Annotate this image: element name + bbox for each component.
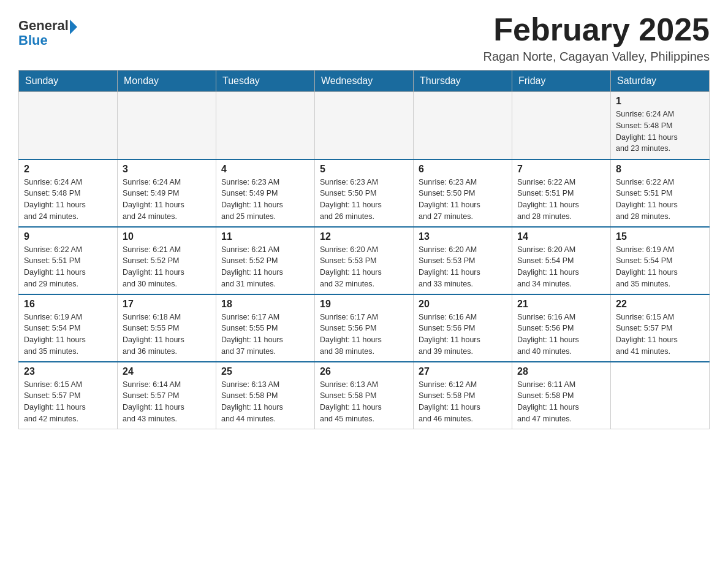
day-info: Sunrise: 6:24 AM Sunset: 5:48 PM Dayligh… [24,177,112,223]
calendar-cell: 8Sunrise: 6:22 AM Sunset: 5:51 PM Daylig… [611,159,710,227]
weekday-header-saturday: Saturday [611,71,710,92]
day-info: Sunrise: 6:15 AM Sunset: 5:57 PM Dayligh… [616,312,704,358]
calendar-cell [118,92,216,159]
calendar-cell: 9Sunrise: 6:22 AM Sunset: 5:51 PM Daylig… [19,227,118,294]
day-number: 7 [517,164,605,175]
day-number: 22 [616,299,704,310]
day-info: Sunrise: 6:15 AM Sunset: 5:57 PM Dayligh… [24,379,112,425]
calendar-cell: 12Sunrise: 6:20 AM Sunset: 5:53 PM Dayli… [315,227,414,294]
day-number: 3 [123,164,211,175]
calendar-cell: 6Sunrise: 6:23 AM Sunset: 5:50 PM Daylig… [414,159,512,227]
calendar-week-row: 9Sunrise: 6:22 AM Sunset: 5:51 PM Daylig… [19,227,710,294]
day-info: Sunrise: 6:24 AM Sunset: 5:48 PM Dayligh… [616,109,704,155]
day-info: Sunrise: 6:13 AM Sunset: 5:58 PM Dayligh… [221,379,309,425]
page-header: General Blue February 2025 Ragan Norte, … [18,12,710,64]
day-info: Sunrise: 6:18 AM Sunset: 5:55 PM Dayligh… [123,312,211,358]
calendar-cell [19,92,118,159]
calendar-cell: 27Sunrise: 6:12 AM Sunset: 5:58 PM Dayli… [414,362,512,429]
day-info: Sunrise: 6:19 AM Sunset: 5:54 PM Dayligh… [24,312,112,358]
calendar-cell: 28Sunrise: 6:11 AM Sunset: 5:58 PM Dayli… [512,362,611,429]
calendar-cell [315,92,414,159]
day-number: 17 [123,299,211,310]
day-number: 13 [419,231,507,242]
weekday-header-sunday: Sunday [19,71,118,92]
logo-arrow-icon [70,20,77,34]
calendar-cell [414,92,512,159]
day-info: Sunrise: 6:20 AM Sunset: 5:53 PM Dayligh… [419,244,507,290]
day-number: 5 [320,164,408,175]
day-info: Sunrise: 6:22 AM Sunset: 5:51 PM Dayligh… [517,177,605,223]
day-info: Sunrise: 6:16 AM Sunset: 5:56 PM Dayligh… [419,312,507,358]
calendar-cell [611,362,710,429]
calendar-cell: 23Sunrise: 6:15 AM Sunset: 5:57 PM Dayli… [19,362,118,429]
day-number: 27 [419,366,507,377]
day-info: Sunrise: 6:22 AM Sunset: 5:51 PM Dayligh… [24,244,112,290]
day-number: 12 [320,231,408,242]
calendar-cell: 7Sunrise: 6:22 AM Sunset: 5:51 PM Daylig… [512,159,611,227]
day-info: Sunrise: 6:20 AM Sunset: 5:54 PM Dayligh… [517,244,605,290]
day-number: 2 [24,164,112,175]
day-number: 8 [616,164,704,175]
calendar-cell: 11Sunrise: 6:21 AM Sunset: 5:52 PM Dayli… [216,227,315,294]
day-number: 26 [320,366,408,377]
day-number: 15 [616,231,704,242]
calendar-cell [216,92,315,159]
day-number: 18 [221,299,309,310]
day-info: Sunrise: 6:24 AM Sunset: 5:49 PM Dayligh… [123,177,211,223]
month-title: February 2025 [483,12,710,47]
day-number: 10 [123,231,211,242]
weekday-header-monday: Monday [118,71,216,92]
day-info: Sunrise: 6:23 AM Sunset: 5:49 PM Dayligh… [221,177,309,223]
day-info: Sunrise: 6:23 AM Sunset: 5:50 PM Dayligh… [419,177,507,223]
day-info: Sunrise: 6:19 AM Sunset: 5:54 PM Dayligh… [616,244,704,290]
calendar-cell: 3Sunrise: 6:24 AM Sunset: 5:49 PM Daylig… [118,159,216,227]
calendar-cell: 2Sunrise: 6:24 AM Sunset: 5:48 PM Daylig… [19,159,118,227]
day-number: 9 [24,231,112,242]
logo: General Blue [18,18,77,48]
location-subtitle: Ragan Norte, Cagayan Valley, Philippines [483,50,710,64]
day-info: Sunrise: 6:16 AM Sunset: 5:56 PM Dayligh… [517,312,605,358]
calendar-cell: 16Sunrise: 6:19 AM Sunset: 5:54 PM Dayli… [19,294,118,362]
calendar-cell: 10Sunrise: 6:21 AM Sunset: 5:52 PM Dayli… [118,227,216,294]
day-info: Sunrise: 6:13 AM Sunset: 5:58 PM Dayligh… [320,379,408,425]
title-block: February 2025 Ragan Norte, Cagayan Valle… [483,12,710,64]
day-info: Sunrise: 6:22 AM Sunset: 5:51 PM Dayligh… [616,177,704,223]
logo-blue-text: Blue [18,33,77,48]
calendar-cell: 20Sunrise: 6:16 AM Sunset: 5:56 PM Dayli… [414,294,512,362]
day-number: 28 [517,366,605,377]
weekday-header-wednesday: Wednesday [315,71,414,92]
weekday-header-tuesday: Tuesday [216,71,315,92]
day-number: 19 [320,299,408,310]
day-info: Sunrise: 6:21 AM Sunset: 5:52 PM Dayligh… [221,244,309,290]
weekday-header-thursday: Thursday [414,71,512,92]
calendar-week-row: 23Sunrise: 6:15 AM Sunset: 5:57 PM Dayli… [19,362,710,429]
calendar-cell: 4Sunrise: 6:23 AM Sunset: 5:49 PM Daylig… [216,159,315,227]
day-number: 16 [24,299,112,310]
day-number: 23 [24,366,112,377]
calendar-cell: 17Sunrise: 6:18 AM Sunset: 5:55 PM Dayli… [118,294,216,362]
day-number: 4 [221,164,309,175]
day-number: 14 [517,231,605,242]
calendar-cell: 1Sunrise: 6:24 AM Sunset: 5:48 PM Daylig… [611,92,710,159]
day-info: Sunrise: 6:11 AM Sunset: 5:58 PM Dayligh… [517,379,605,425]
day-number: 21 [517,299,605,310]
calendar-cell: 19Sunrise: 6:17 AM Sunset: 5:56 PM Dayli… [315,294,414,362]
calendar-week-row: 16Sunrise: 6:19 AM Sunset: 5:54 PM Dayli… [19,294,710,362]
day-info: Sunrise: 6:20 AM Sunset: 5:53 PM Dayligh… [320,244,408,290]
calendar-cell: 21Sunrise: 6:16 AM Sunset: 5:56 PM Dayli… [512,294,611,362]
day-info: Sunrise: 6:12 AM Sunset: 5:58 PM Dayligh… [419,379,507,425]
logo-general-text: General [18,18,69,33]
day-number: 24 [123,366,211,377]
day-info: Sunrise: 6:17 AM Sunset: 5:55 PM Dayligh… [221,312,309,358]
day-info: Sunrise: 6:14 AM Sunset: 5:57 PM Dayligh… [123,379,211,425]
calendar-cell: 5Sunrise: 6:23 AM Sunset: 5:50 PM Daylig… [315,159,414,227]
calendar-cell: 22Sunrise: 6:15 AM Sunset: 5:57 PM Dayli… [611,294,710,362]
calendar-cell: 13Sunrise: 6:20 AM Sunset: 5:53 PM Dayli… [414,227,512,294]
day-info: Sunrise: 6:17 AM Sunset: 5:56 PM Dayligh… [320,312,408,358]
day-number: 11 [221,231,309,242]
weekday-header-row: SundayMondayTuesdayWednesdayThursdayFrid… [19,71,710,92]
calendar-cell: 25Sunrise: 6:13 AM Sunset: 5:58 PM Dayli… [216,362,315,429]
day-info: Sunrise: 6:23 AM Sunset: 5:50 PM Dayligh… [320,177,408,223]
weekday-header-friday: Friday [512,71,611,92]
day-number: 6 [419,164,507,175]
